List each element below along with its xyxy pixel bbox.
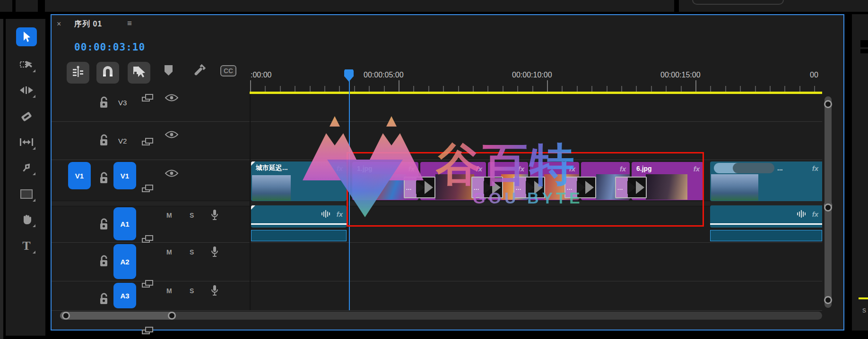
- volume-rubber-band[interactable]: [710, 223, 822, 225]
- pen-tool[interactable]: [16, 159, 37, 177]
- ruler-label: 00:00:05:00: [364, 71, 404, 79]
- cursor-arrow-icon: [21, 31, 32, 42]
- lock-icon[interactable]: [99, 172, 109, 186]
- pen-icon: [20, 162, 33, 173]
- slip-icon: [20, 138, 33, 146]
- tools-panel: T: [6, 19, 45, 336]
- razor-tool[interactable]: [16, 108, 37, 126]
- solo-toggle[interactable]: S: [190, 287, 194, 295]
- audio-sub-strip[interactable]: [251, 230, 347, 241]
- watermark-subtitle: GOU BYTE: [473, 189, 583, 207]
- eye-icon[interactable]: [165, 131, 178, 140]
- sync-lock-icon[interactable]: [142, 185, 153, 193]
- ruler-label: 00: [810, 71, 818, 79]
- sync-lock-icon[interactable]: [142, 138, 153, 146]
- mic-icon[interactable]: [210, 285, 219, 299]
- scroll-knob[interactable]: [824, 296, 832, 304]
- hand-tool[interactable]: [16, 211, 37, 229]
- track-target-v1-badge[interactable]: V1: [113, 162, 136, 189]
- rectangle-icon: [20, 189, 33, 199]
- linked-selection-button[interactable]: [128, 62, 150, 84]
- work-area-bar[interactable]: [250, 92, 822, 94]
- mute-toggle[interactable]: M: [166, 248, 172, 256]
- ripple-edit-icon: [20, 86, 33, 94]
- lock-icon[interactable]: [99, 96, 109, 110]
- track-select-forward-tool[interactable]: [16, 56, 37, 74]
- linked-selection-icon: [132, 66, 146, 80]
- upper-left-fragment2: [16, 0, 38, 12]
- track-name-v2[interactable]: V2: [118, 137, 127, 145]
- video-vertical-scrollbar[interactable]: [825, 96, 832, 213]
- razor-icon: [20, 111, 33, 122]
- selection-tool[interactable]: [16, 27, 37, 46]
- sync-lock-icon[interactable]: [142, 280, 153, 288]
- ripple-edit-tool[interactable]: [16, 81, 37, 99]
- nest-toggle-button[interactable]: [67, 62, 89, 84]
- audio-vertical-scrollbar[interactable]: [825, 201, 832, 308]
- audio-waveform-icon: [797, 210, 806, 218]
- type-icon: T: [22, 240, 30, 252]
- track-target-a2-badge[interactable]: A2: [113, 244, 136, 279]
- mute-toggle[interactable]: M: [166, 287, 172, 295]
- right-panel-block: [860, 49, 868, 53]
- snap-button[interactable]: [96, 62, 119, 84]
- captions-button[interactable]: CC: [220, 65, 236, 76]
- rectangle-tool[interactable]: [16, 185, 37, 203]
- track-target-a3-badge[interactable]: A3: [113, 283, 136, 308]
- track-target-a1-badge[interactable]: A1: [113, 207, 136, 240]
- mute-toggle[interactable]: M: [166, 212, 172, 219]
- mic-icon[interactable]: [210, 246, 219, 260]
- zoom-handle-right[interactable]: [168, 312, 176, 320]
- watermark-title: 谷百特: [436, 135, 576, 195]
- left-panel-edge: [0, 19, 3, 339]
- right-panel-fragment: [852, 14, 868, 331]
- type-tool[interactable]: T: [16, 237, 37, 255]
- lock-icon[interactable]: [99, 218, 109, 232]
- ruler-label: :00:00: [251, 71, 271, 79]
- solo-toggle[interactable]: S: [190, 248, 194, 256]
- eye-icon[interactable]: [165, 170, 178, 179]
- scroll-knob[interactable]: [824, 100, 832, 108]
- clip-name-ellipsis: ...: [777, 164, 809, 172]
- add-marker-button[interactable]: [165, 65, 173, 76]
- track-name-v3[interactable]: V3: [118, 99, 127, 107]
- sync-lock-icon[interactable]: [142, 94, 153, 102]
- playhead-timecode[interactable]: 00:00:03:10: [74, 42, 145, 53]
- right-panel-glyph: s: [862, 306, 866, 314]
- right-panel-block: [860, 40, 868, 47]
- eye-icon[interactable]: [165, 94, 178, 103]
- audio-sub-strip[interactable]: [710, 230, 822, 241]
- timeline-settings-button[interactable]: [191, 63, 207, 80]
- horizontal-scroll-thumb[interactable]: [60, 312, 176, 320]
- source-patch-v1-badge[interactable]: V1: [68, 162, 91, 189]
- volume-rubber-band[interactable]: [251, 223, 347, 225]
- sync-lock-icon[interactable]: [142, 235, 153, 243]
- clip-right-audio[interactable]: fx: [710, 205, 822, 228]
- major-tick: [250, 80, 251, 92]
- lock-icon[interactable]: [99, 134, 109, 148]
- tab-close-button[interactable]: ×: [57, 20, 61, 28]
- minor-ticks: [250, 86, 822, 92]
- lock-icon[interactable]: [99, 255, 109, 269]
- horizontal-scrollbar[interactable]: [60, 312, 822, 320]
- sequence-tab-title[interactable]: 序列 01: [74, 19, 102, 29]
- clip-right-video[interactable]: ... fx: [710, 161, 822, 201]
- lock-icon[interactable]: [99, 293, 109, 307]
- fx-badge[interactable]: fx: [812, 164, 818, 172]
- wrench-icon: [191, 72, 207, 80]
- blurred-name-pill: [733, 163, 774, 173]
- zoom-handle-left[interactable]: [62, 312, 70, 320]
- magnet-icon: [102, 66, 114, 80]
- hand-icon: [21, 214, 32, 225]
- mic-icon[interactable]: [210, 209, 219, 223]
- premiere-workspace: T × 序列 01 ≡ 00:00:03:10: [0, 0, 868, 339]
- fx-badge[interactable]: fx: [812, 210, 818, 218]
- clip-corner-notch: [251, 205, 255, 210]
- scroll-knob[interactable]: [824, 203, 832, 212]
- row-separator: [52, 310, 822, 311]
- sync-lock-icon[interactable]: [142, 327, 153, 335]
- upper-panel-fragment: [45, 0, 674, 12]
- panel-menu-icon[interactable]: ≡: [127, 19, 132, 28]
- solo-toggle[interactable]: S: [190, 212, 194, 219]
- slip-tool[interactable]: [16, 133, 37, 151]
